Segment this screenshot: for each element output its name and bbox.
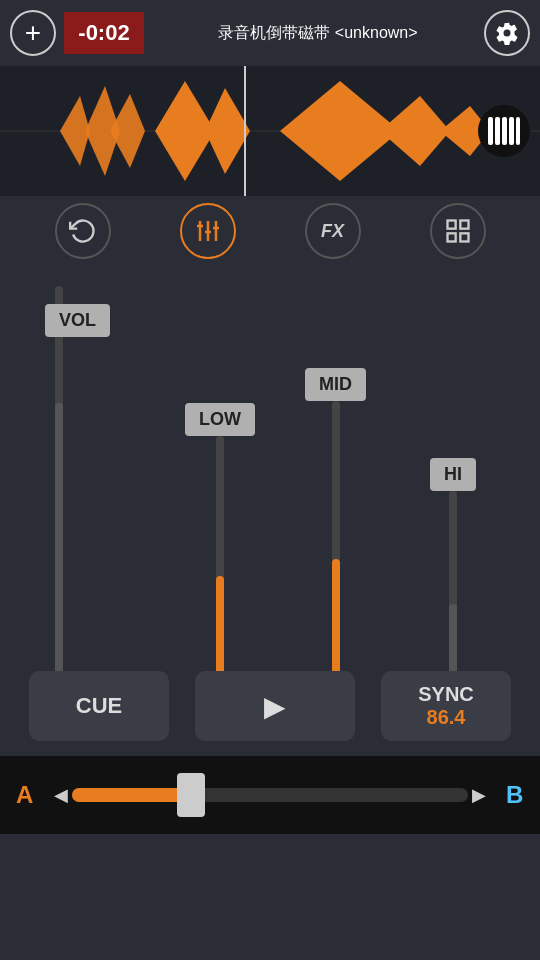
low-label: LOW	[185, 403, 255, 436]
svg-rect-31	[460, 221, 468, 229]
fx-button[interactable]: FX	[305, 203, 361, 259]
crossfader-arrow-right[interactable]: ▶	[468, 784, 490, 806]
sync-label: SYNC	[418, 683, 474, 706]
svg-rect-33	[460, 233, 468, 241]
vol-slider-fill	[55, 403, 63, 676]
loop-button[interactable]	[55, 203, 111, 259]
time-display: -0:02	[64, 12, 144, 54]
svg-rect-19	[488, 117, 493, 145]
eq-icon	[193, 216, 223, 246]
crossfader-bar: A ◀ ▶ B	[0, 756, 540, 834]
play-icon: ▶	[264, 690, 286, 723]
svg-rect-20	[495, 117, 500, 145]
crossfader-thumb[interactable]	[177, 773, 205, 817]
crossfader-fill	[72, 788, 191, 802]
svg-rect-22	[509, 117, 514, 145]
crossfader-arrow-left[interactable]: ◀	[50, 784, 72, 806]
sync-bpm: 86.4	[427, 706, 466, 729]
waveform-container[interactable]	[0, 66, 540, 196]
sync-button[interactable]: SYNC 86.4	[381, 671, 511, 741]
nav-row: FX	[0, 196, 540, 266]
control-buttons: CUE ▶ SYNC 86.4	[0, 656, 540, 756]
grid-button[interactable]	[430, 203, 486, 259]
hi-label: HI	[430, 458, 476, 491]
add-button[interactable]: +	[10, 10, 56, 56]
svg-rect-30	[447, 221, 455, 229]
loop-icon	[69, 217, 97, 245]
mixer-section: VOL LOW MID HI CUE ▶	[0, 266, 540, 756]
grid-icon	[444, 217, 472, 245]
gear-icon	[495, 21, 519, 45]
crossfader-label-b: B	[490, 781, 540, 809]
track-title: 录音机倒带磁带 <unknown>	[152, 23, 484, 44]
deck-button[interactable]	[478, 105, 530, 157]
crossfader-track[interactable]	[72, 788, 468, 802]
svg-rect-21	[502, 117, 507, 145]
waveform-display	[0, 66, 540, 196]
svg-rect-23	[516, 117, 520, 145]
play-button[interactable]: ▶	[195, 671, 355, 741]
add-icon: +	[25, 17, 41, 49]
cue-button[interactable]: CUE	[29, 671, 169, 741]
mid-label: MID	[305, 368, 366, 401]
settings-button[interactable]	[484, 10, 530, 56]
svg-rect-32	[447, 233, 455, 241]
deck-icon	[486, 113, 522, 149]
header: + -0:02 录音机倒带磁带 <unknown>	[0, 0, 540, 66]
fx-label: FX	[321, 221, 344, 242]
crossfader-label-a: A	[0, 781, 50, 809]
vol-label: VOL	[45, 304, 110, 337]
eq-button[interactable]	[180, 203, 236, 259]
vol-slider-track[interactable]	[55, 286, 63, 676]
